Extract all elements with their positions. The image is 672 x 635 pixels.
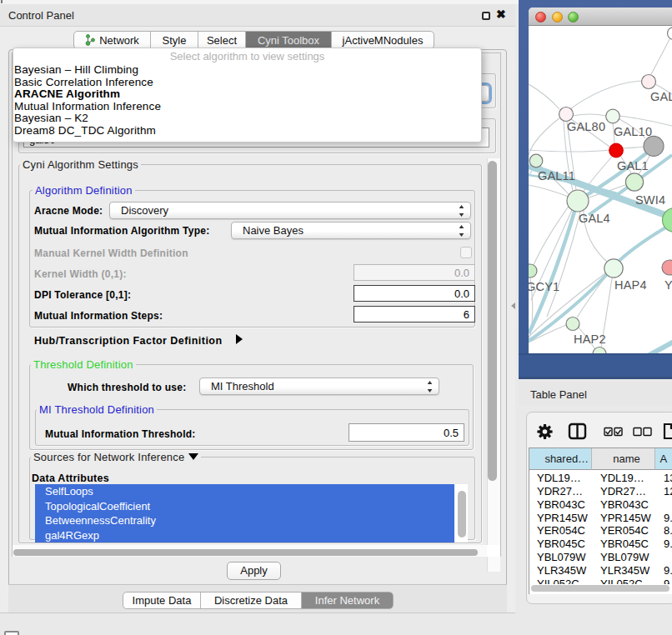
svg-text:GAL80: GAL80 bbox=[567, 120, 605, 133]
svg-text:GAL1: GAL1 bbox=[617, 159, 649, 172]
svg-text:HAP2: HAP2 bbox=[574, 332, 606, 346]
svg-text:GAL11: GAL11 bbox=[538, 169, 575, 182]
svg-text:Y: Y bbox=[664, 278, 672, 292]
svg-text:HAP4: HAP4 bbox=[614, 278, 647, 292]
svg-text:SWI4: SWI4 bbox=[635, 193, 665, 207]
svg-text:GAL: GAL bbox=[650, 90, 672, 103]
svg-text:GCY1: GCY1 bbox=[529, 280, 559, 293]
svg-text:GAL4: GAL4 bbox=[579, 212, 610, 225]
svg-text:GAL10: GAL10 bbox=[614, 125, 652, 138]
